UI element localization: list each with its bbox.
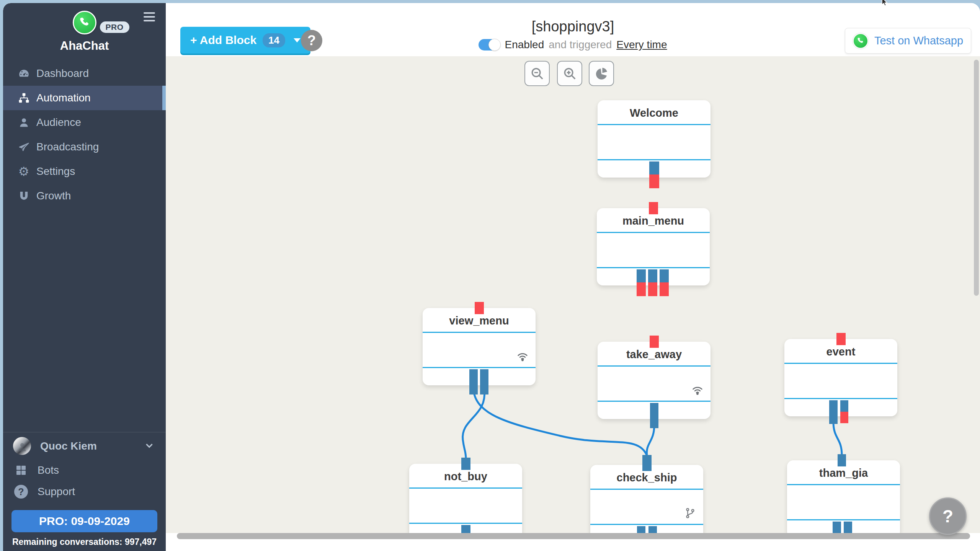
output-port-red-unlinked[interactable] bbox=[649, 174, 659, 188]
page-root: PRO AhaChat Dashboard Automation bbox=[0, 0, 980, 551]
sidebar-nav: Dashboard Automation Audience bbox=[3, 61, 166, 208]
block-body bbox=[787, 484, 900, 520]
output-port-blue[interactable] bbox=[833, 522, 841, 533]
input-port-red-unlinked[interactable] bbox=[836, 333, 846, 345]
growth-magnet-icon bbox=[17, 189, 30, 202]
test-on-whatsapp-button[interactable]: Test on Whatsapp bbox=[845, 28, 971, 54]
toggle-knob bbox=[488, 39, 501, 51]
status-connector-text: and triggered bbox=[549, 39, 612, 51]
sidebar: PRO AhaChat Dashboard Automation bbox=[3, 3, 166, 551]
block-body bbox=[409, 487, 522, 524]
output-port-blue[interactable] bbox=[648, 269, 657, 282]
chevron-down-icon bbox=[144, 440, 154, 452]
sidebar-item-label: Automation bbox=[36, 92, 91, 104]
output-port-blue[interactable] bbox=[637, 269, 646, 282]
output-port-linked[interactable] bbox=[650, 403, 658, 428]
brand-area: PRO AhaChat bbox=[3, 3, 166, 53]
input-port-red-unlinked[interactable] bbox=[650, 336, 659, 348]
audience-person-icon bbox=[17, 116, 30, 129]
pro-subscription-button[interactable]: PRO: 09-09-2029 bbox=[11, 510, 157, 532]
app-window: PRO AhaChat Dashboard Automation bbox=[3, 3, 980, 551]
sidebar-item-dashboard[interactable]: Dashboard bbox=[3, 61, 166, 86]
wifi-icon bbox=[691, 384, 704, 398]
flow-canvas[interactable]: Welcome main_menu bbox=[166, 56, 980, 533]
sidebar-item-label: Settings bbox=[36, 165, 75, 178]
remaining-conversations: Remaining conversations: 997,497 bbox=[3, 535, 166, 551]
block-footer bbox=[423, 368, 536, 385]
flow-block-not_buy[interactable]: not_buy bbox=[409, 464, 522, 533]
flow-block-tham_gia[interactable]: tham_gia bbox=[787, 460, 900, 533]
sidebar-item-settings[interactable]: ⚙ Settings bbox=[3, 159, 166, 184]
whatsapp-icon bbox=[853, 33, 868, 49]
broadcasting-paper-plane-icon bbox=[17, 140, 30, 153]
flow-block-view_menu[interactable]: view_menu bbox=[423, 308, 536, 385]
flow-block-welcome[interactable]: Welcome bbox=[598, 100, 710, 178]
sidebar-item-label: Dashboard bbox=[36, 67, 89, 80]
mouse-cursor bbox=[880, 0, 890, 8]
sidebar-item-support[interactable]: ? Support bbox=[3, 481, 166, 502]
output-port-blue[interactable] bbox=[637, 526, 645, 533]
user-menu[interactable]: Quoc Kiem bbox=[3, 432, 166, 460]
sidebar-item-bots[interactable]: Bots bbox=[3, 460, 166, 481]
flow-block-event[interactable]: event bbox=[784, 339, 897, 416]
link-event-tham_gia bbox=[833, 422, 842, 455]
block-body bbox=[598, 124, 710, 160]
sidebar-item-automation[interactable]: Automation bbox=[3, 86, 166, 110]
test-button-label: Test on Whatsapp bbox=[874, 34, 963, 47]
output-port-blue[interactable] bbox=[461, 525, 470, 533]
sidebar-item-label: Support bbox=[38, 486, 75, 498]
block-body bbox=[597, 232, 710, 268]
automation-sitemap-icon bbox=[17, 91, 30, 104]
sidebar-item-label: Audience bbox=[36, 116, 81, 129]
brand-name: AhaChat bbox=[3, 39, 166, 53]
avatar bbox=[13, 437, 31, 455]
output-port-red-unlinked[interactable] bbox=[840, 412, 848, 423]
sidebar-item-broadcasting[interactable]: Broadcasting bbox=[3, 135, 166, 159]
input-port-linked[interactable] bbox=[461, 458, 470, 470]
output-port-linked[interactable] bbox=[480, 369, 488, 395]
output-port-red-unlinked[interactable] bbox=[648, 282, 657, 296]
horizontal-scrollbar[interactable] bbox=[177, 533, 970, 539]
vertical-scrollbar[interactable] bbox=[974, 60, 979, 296]
output-port-linked[interactable] bbox=[469, 369, 478, 395]
block-body bbox=[590, 489, 703, 525]
output-port-blue[interactable] bbox=[660, 269, 669, 282]
sidebar-item-audience[interactable]: Audience bbox=[3, 110, 166, 135]
link-take_away-check_ship bbox=[647, 425, 654, 456]
input-port-linked[interactable] bbox=[642, 455, 652, 471]
block-body bbox=[598, 365, 710, 402]
sidebar-item-label: Bots bbox=[38, 464, 59, 476]
sidebar-item-label: Growth bbox=[36, 190, 71, 202]
block-body bbox=[423, 332, 536, 368]
sidebar-item-growth[interactable]: Growth bbox=[3, 184, 166, 208]
input-port-red-unlinked[interactable] bbox=[649, 202, 658, 214]
main-area: + Add Block 14 ? [shoppingv3] Enabled an… bbox=[166, 3, 980, 551]
bots-grid-icon bbox=[13, 462, 29, 478]
sidebar-item-label: Broadcasting bbox=[36, 141, 99, 153]
settings-gear-icon: ⚙ bbox=[17, 165, 30, 178]
output-port-red-unlinked[interactable] bbox=[637, 282, 646, 296]
output-port-blue[interactable] bbox=[649, 161, 659, 174]
block-title: Welcome bbox=[598, 100, 710, 124]
link-view_menu-not_buy bbox=[463, 390, 485, 458]
enabled-toggle[interactable] bbox=[479, 39, 500, 51]
pro-badge: PRO bbox=[100, 21, 129, 33]
flow-block-take_away[interactable]: take_away bbox=[598, 342, 710, 419]
output-port-blue[interactable] bbox=[648, 526, 657, 533]
flow-block-check_ship[interactable]: check_ship bbox=[590, 465, 703, 533]
output-port-blue[interactable] bbox=[844, 522, 852, 533]
sidebar-bottom: Quoc Kiem Bots ? Support bbox=[3, 432, 166, 551]
output-port-red-unlinked[interactable] bbox=[660, 282, 669, 296]
whatsapp-logo-icon bbox=[73, 11, 96, 34]
flow-block-main_menu[interactable]: main_menu bbox=[597, 208, 710, 285]
floating-help-button[interactable]: ? bbox=[929, 497, 967, 535]
input-port-red-unlinked[interactable] bbox=[475, 302, 484, 314]
input-port-linked[interactable] bbox=[838, 454, 846, 466]
trigger-frequency-link[interactable]: Every time bbox=[616, 39, 667, 51]
output-port-linked[interactable] bbox=[829, 400, 838, 424]
support-question-icon: ? bbox=[13, 484, 29, 500]
wifi-icon bbox=[516, 350, 529, 364]
output-port-blue[interactable] bbox=[840, 400, 848, 412]
block-body bbox=[784, 363, 897, 399]
dashboard-icon bbox=[17, 67, 30, 80]
